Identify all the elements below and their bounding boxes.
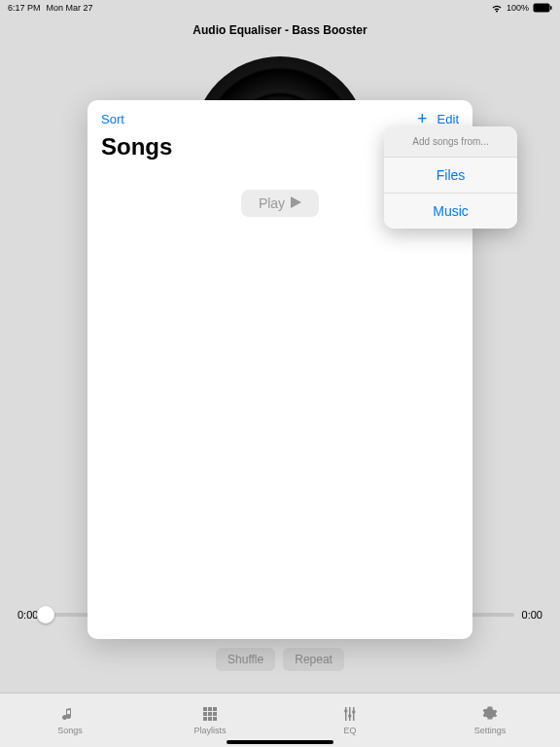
home-indicator xyxy=(227,740,333,744)
tab-label: EQ xyxy=(343,726,356,735)
battery-percent: 100% xyxy=(507,3,529,13)
svg-point-15 xyxy=(348,714,351,717)
play-button[interactable]: Play xyxy=(241,190,319,217)
progress-thumb[interactable] xyxy=(37,606,54,623)
svg-rect-5 xyxy=(203,712,207,716)
svg-rect-0 xyxy=(534,4,550,13)
add-songs-popover: Add songs from... Files Music xyxy=(384,126,517,229)
svg-rect-2 xyxy=(203,707,207,711)
popover-title: Add songs from... xyxy=(384,126,517,158)
popover-item-music[interactable]: Music xyxy=(384,194,517,229)
svg-rect-6 xyxy=(208,712,212,716)
svg-rect-8 xyxy=(203,717,207,721)
svg-rect-13 xyxy=(353,707,355,721)
svg-rect-9 xyxy=(208,717,212,721)
status-time: 6:17 PM xyxy=(8,3,41,13)
svg-rect-3 xyxy=(208,707,212,711)
tab-bar: Songs Playlists EQ Settings xyxy=(0,693,560,747)
popover-item-files[interactable]: Files xyxy=(384,158,517,194)
svg-point-14 xyxy=(344,709,347,712)
status-bar: 6:17 PM Mon Mar 27 100% xyxy=(0,0,560,16)
svg-point-16 xyxy=(352,710,355,713)
add-icon[interactable]: + xyxy=(417,110,428,127)
svg-rect-11 xyxy=(345,707,347,721)
app-title: Audio Equaliser - Bass Booster xyxy=(0,23,560,37)
svg-rect-4 xyxy=(213,707,217,711)
status-date: Mon Mar 27 xyxy=(47,3,93,13)
svg-rect-12 xyxy=(349,707,351,721)
tab-settings[interactable]: Settings xyxy=(420,694,560,747)
tab-label: Settings xyxy=(474,726,507,735)
sort-button[interactable]: Sort xyxy=(101,112,124,126)
play-label: Play xyxy=(259,196,285,211)
tab-label: Songs xyxy=(57,726,83,735)
battery-icon xyxy=(533,3,552,13)
edit-button[interactable]: Edit xyxy=(438,112,459,126)
progress-end: 0:00 xyxy=(522,609,542,621)
repeat-button[interactable]: Repeat xyxy=(283,648,344,671)
play-icon xyxy=(291,196,301,211)
grid-icon xyxy=(202,706,218,724)
gear-icon xyxy=(482,706,498,724)
tab-songs[interactable]: Songs xyxy=(0,694,140,747)
svg-rect-10 xyxy=(213,717,217,721)
wifi-icon xyxy=(491,4,503,13)
progress-start: 0:00 xyxy=(18,609,38,621)
tab-label: Playlists xyxy=(193,726,226,735)
svg-rect-7 xyxy=(213,712,217,716)
music-note-icon xyxy=(62,706,78,724)
svg-rect-1 xyxy=(550,6,552,10)
tab-eq[interactable]: EQ xyxy=(280,694,420,747)
shuffle-button[interactable]: Shuffle xyxy=(216,648,275,671)
tab-playlists[interactable]: Playlists xyxy=(140,694,280,747)
sliders-icon xyxy=(342,706,358,724)
